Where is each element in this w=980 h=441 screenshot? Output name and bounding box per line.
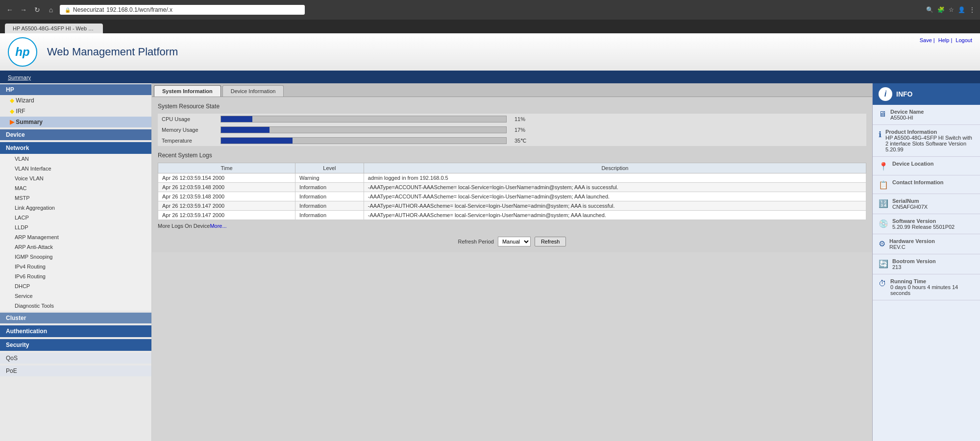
logs-section: Recent System Logs Time Level Descriptio… — [158, 152, 866, 220]
product-label: Product Information — [885, 129, 974, 135]
sidebar-item-mac[interactable]: MAC — [0, 183, 151, 193]
sidebar-item-irf[interactable]: ◆ IRF — [0, 106, 151, 117]
forward-button[interactable]: → — [19, 6, 28, 14]
refresh-section: Refresh Period Manual 30s 60s 120s Refre… — [158, 237, 866, 246]
home-button[interactable]: ⌂ — [46, 6, 56, 14]
sidebar-item-arp-anti-attack[interactable]: ARP Anti-Attack — [0, 242, 151, 252]
sidebar-item-igmp-snooping[interactable]: IGMP Snooping — [0, 252, 151, 262]
hw-version-content: Hardware Version REV.C — [889, 238, 935, 250]
log-level: Warning — [295, 173, 364, 183]
sidebar-item-ipv6-routing[interactable]: IPv6 Routing — [0, 271, 151, 281]
sidebar-authentication-header[interactable]: Authentication — [0, 325, 151, 337]
sidebar-item-link-aggregation[interactable]: Link Aggregation — [0, 203, 151, 213]
info-row-product: ℹ Product Information HP A5500-48G-4SFP … — [873, 125, 980, 157]
location-label: Device Location — [892, 161, 933, 167]
sidebar-device-header[interactable]: Device — [0, 129, 151, 140]
sidebar-item-summary[interactable]: ▶ Summary — [0, 117, 151, 127]
table-row: Apr 26 12:03:59.147 2000Information-AAAT… — [158, 201, 866, 211]
sidebar: HP ◆ Wizard ◆ IRF ▶ Summary Device — [0, 83, 152, 441]
resource-row-cpu: CPU Usage 11% — [158, 114, 866, 124]
extensions-icon[interactable]: 🧩 — [937, 6, 945, 13]
lock-icon: 🔒 — [65, 7, 71, 13]
running-time-value: 0 days 0 hours 4 minutes 14 seconds — [890, 284, 974, 296]
logout-link[interactable]: Logout — [956, 37, 972, 43]
log-time: Apr 26 12:03:59.147 2000 — [158, 201, 295, 211]
sidebar-item-vlan-interface[interactable]: VLAN Interface — [0, 164, 151, 173]
refresh-button[interactable]: Refresh — [535, 237, 566, 246]
memory-label: Memory Usage — [158, 124, 217, 135]
info-row-hw-version: ⚙ Hardware Version REV.C — [873, 234, 980, 254]
product-value: HP A5500-48G-4SFP HI Switch with 2 inter… — [885, 135, 974, 152]
sidebar-item-service[interactable]: Service — [0, 291, 151, 301]
info-panel: i INFO 🖥 Device Name A5500-HI ℹ Product … — [872, 83, 980, 441]
cpu-label: CPU Usage — [158, 114, 217, 124]
table-row: Apr 26 12:03:59.154 2000Warningadmin log… — [158, 173, 866, 183]
sidebar-item-lacp[interactable]: LACP — [0, 213, 151, 222]
memory-bar — [221, 127, 270, 133]
sidebar-item-diagnostic-tools[interactable]: Diagnostic Tools — [0, 301, 151, 311]
diamond-icon-irf: ◆ — [10, 108, 14, 115]
app-title: Web Management Platform — [47, 46, 178, 58]
diamond-icon: ◆ — [10, 97, 14, 104]
resource-row-temp: Temperature 35℃ — [158, 135, 866, 146]
hw-version-value: REV.C — [889, 244, 935, 250]
address-bar[interactable]: 🔒 Nesecurizat 192.168.0.1/wcn/frame/.x — [60, 5, 305, 15]
sw-version-icon: 💿 — [879, 219, 888, 230]
serial-content: SerialNum CN5AFGH07X — [892, 198, 928, 210]
log-time: Apr 26 12:03:59.148 2000 — [158, 183, 295, 192]
info-title: INFO — [896, 90, 912, 98]
save-link[interactable]: Save — [920, 37, 932, 43]
memory-bar-cell — [217, 124, 511, 135]
tab-system-information[interactable]: System Information — [154, 85, 221, 97]
help-link[interactable]: Help — [938, 37, 950, 43]
sidebar-item-voice-vlan[interactable]: Voice VLAN — [0, 173, 151, 183]
back-button[interactable]: ← — [5, 6, 15, 14]
running-time-icon: ⏱ — [879, 279, 886, 296]
sidebar-network-header[interactable]: Network — [0, 142, 151, 154]
sidebar-security-header[interactable]: Security — [0, 339, 151, 351]
profile-icon[interactable]: 👤 — [958, 6, 965, 13]
info-row-device-name: 🖥 Device Name A5500-HI — [873, 105, 980, 125]
sidebar-item-dhcp[interactable]: DHCP — [0, 281, 151, 291]
log-description: -AAAType=AUTHOR-AAAScheme= local-Service… — [364, 211, 866, 220]
more-logs-anchor[interactable]: More... — [210, 223, 226, 229]
reload-button[interactable]: ↻ — [32, 6, 42, 14]
refresh-period-select[interactable]: Manual 30s 60s 120s — [498, 237, 531, 246]
sidebar-cluster-header[interactable]: Cluster — [0, 313, 151, 323]
sidebar-qos-header[interactable]: QoS — [0, 353, 151, 364]
sidebar-item-vlan[interactable]: VLAN — [0, 154, 151, 164]
sidebar-item-ipv4-routing[interactable]: IPv4 Routing — [0, 262, 151, 271]
app-container: hp Web Management Platform Save | Help |… — [0, 33, 980, 441]
menu-icon[interactable]: ⋮ — [969, 6, 975, 13]
nav-summary[interactable]: Summary — [8, 74, 31, 80]
sidebar-poe-header[interactable]: PoE — [0, 366, 151, 376]
bookmark-icon[interactable]: ☆ — [949, 6, 954, 13]
browser-actions: 🔍 🧩 ☆ 👤 ⋮ — [926, 6, 975, 13]
sidebar-item-mstp[interactable]: MSTP — [0, 193, 151, 203]
content-panel: System Information Device Information Sy… — [152, 83, 872, 441]
info-row-location: 📍 Device Location — [873, 157, 980, 175]
content-body: System Resource State CPU Usage 11% — [152, 97, 872, 252]
device-name-value: A5500-HI — [890, 115, 924, 121]
info-row-sw-version: 💿 Software Version 5.20.99 Release 5501P… — [873, 214, 980, 234]
sidebar-item-wizard[interactable]: ◆ Wizard — [0, 95, 151, 106]
serial-icon: 🔢 — [879, 199, 888, 210]
log-level: Information — [295, 201, 364, 211]
address-text: 192.168.0.1/wcn/frame/.x — [106, 6, 172, 13]
tab-device-information[interactable]: Device Information — [222, 85, 284, 97]
log-description: -AAAType=ACCOUNT-AAAScheme= local-Servic… — [364, 192, 866, 201]
serial-label: SerialNum — [892, 198, 928, 204]
browser-tab[interactable]: HP A5500-48G-4SFP HI - Web Man... — [5, 24, 103, 33]
contact-content: Contact Information — [892, 179, 944, 190]
contact-label: Contact Information — [892, 179, 944, 185]
cpu-bar-container — [220, 116, 507, 122]
location-icon: 📍 — [879, 162, 888, 171]
search-icon[interactable]: 🔍 — [926, 6, 933, 13]
info-row-serial: 🔢 SerialNum CN5AFGH07X — [873, 194, 980, 214]
sidebar-item-lldp[interactable]: LLDP — [0, 222, 151, 232]
info-row-bootrom: 🔄 Bootrom Version 213 — [873, 254, 980, 274]
sidebar-hp-section: HP ◆ Wizard ◆ IRF ▶ Summary — [0, 83, 151, 128]
tab-bar: HP A5500-48G-4SFP HI - Web Man... — [0, 20, 980, 33]
sidebar-item-arp-management[interactable]: ARP Management — [0, 232, 151, 242]
hw-version-label: Hardware Version — [889, 238, 935, 244]
